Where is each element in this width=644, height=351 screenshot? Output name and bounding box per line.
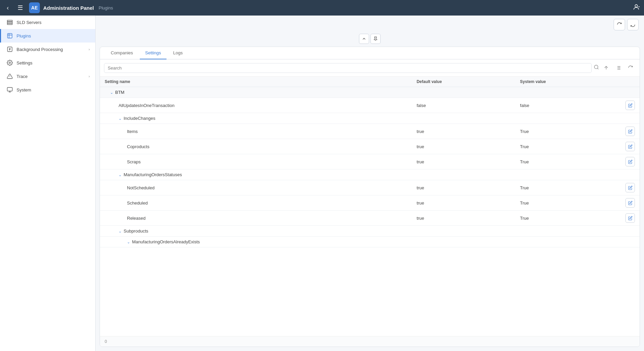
setting-name-cell: ⌄ManufacturingOrdersStatuses	[100, 169, 412, 180]
tab-settings[interactable]: Settings	[140, 47, 166, 59]
edit-button[interactable]	[625, 142, 635, 151]
edit-button[interactable]	[625, 157, 635, 166]
sidebar-item-label: Trace	[17, 74, 85, 79]
tab-logs[interactable]: Logs	[168, 47, 188, 59]
system-value-cell: True	[515, 124, 621, 139]
back-button[interactable]: ‹	[4, 3, 11, 13]
app-logo: AE	[29, 2, 40, 13]
sort-asc-button[interactable]	[601, 63, 611, 73]
default-value-cell: false	[412, 98, 515, 113]
user-button[interactable]	[633, 3, 640, 12]
chevron-down-icon: ⌄	[110, 90, 113, 95]
background-processing-icon	[6, 46, 13, 53]
col-system-value: System value	[515, 77, 621, 87]
default-value-cell	[412, 237, 515, 247]
sidebar-item-trace[interactable]: Trace ›	[0, 70, 95, 83]
table-area: Setting name Default value System value …	[100, 77, 640, 336]
pencil-icon	[628, 129, 633, 134]
edit-cell-empty	[621, 237, 640, 247]
edit-cell-empty	[621, 113, 640, 124]
table-row: ⌄ManufacturingOrdersStatuses	[100, 169, 640, 180]
search-icon	[594, 64, 599, 70]
edit-button[interactable]	[625, 183, 635, 192]
pencil-icon	[628, 144, 633, 149]
chevron-down-icon: ⌄	[119, 173, 122, 177]
sidebar-item-plugins[interactable]: Plugins	[0, 29, 95, 43]
table-row: Scheduled true True	[100, 195, 640, 211]
app-subtitle: Plugins	[99, 5, 113, 10]
setting-name-cell: Scraps	[100, 154, 412, 169]
table-row: Released true True	[100, 211, 640, 226]
edit-button[interactable]	[625, 213, 635, 223]
filter-button[interactable]	[613, 63, 623, 73]
table-row: AllUpdatesInOneTransaction false false	[100, 98, 640, 113]
system-value-cell	[515, 226, 621, 237]
refresh-button-2[interactable]	[627, 19, 639, 30]
table-row: Items true True	[100, 124, 640, 139]
settings-panel: Companies Settings Logs	[100, 47, 640, 347]
menu-button[interactable]: ☰	[15, 3, 26, 13]
sidebar-item-sld-servers[interactable]: SLD Servers	[0, 16, 95, 29]
search-button[interactable]	[594, 64, 599, 71]
plugins-icon	[6, 32, 13, 39]
edit-cell	[621, 124, 640, 139]
search-bar	[100, 59, 640, 77]
system-value-cell: True	[515, 139, 621, 154]
edit-button[interactable]	[625, 127, 635, 136]
system-icon	[6, 86, 13, 93]
edit-button[interactable]	[625, 101, 635, 110]
layout: SLD Servers Plugins Background Processin…	[0, 16, 644, 351]
svg-line-14	[597, 68, 598, 69]
col-setting-name: Setting name	[100, 77, 412, 87]
setting-name-cell: Items	[100, 124, 412, 139]
collapse-row	[96, 34, 644, 44]
system-value-cell	[515, 237, 621, 247]
default-value-cell	[412, 113, 515, 124]
sync-icon	[630, 22, 636, 27]
table-row: ⌄ManufacturingOrdersAlreadyExists	[100, 237, 640, 247]
collapse-button[interactable]	[359, 34, 369, 44]
sidebar-item-settings[interactable]: Settings	[0, 56, 95, 70]
edit-cell	[621, 211, 640, 226]
filter-icon	[616, 65, 621, 71]
edit-cell	[621, 180, 640, 195]
tab-companies[interactable]: Companies	[105, 47, 138, 59]
sidebar-item-label: System	[17, 87, 90, 92]
system-value-cell: True	[515, 180, 621, 195]
setting-name-cell: ⌄Subproducts	[100, 226, 412, 237]
default-value-cell	[412, 87, 515, 98]
settings-icon	[6, 59, 13, 66]
col-default-value: Default value	[412, 77, 515, 87]
sidebar-item-system[interactable]: System	[0, 83, 95, 97]
system-value-cell	[515, 113, 621, 124]
svg-point-13	[594, 65, 598, 69]
sidebar-item-label: Settings	[17, 60, 90, 65]
chevron-down-icon: ⌄	[127, 240, 130, 244]
footer-count: 0	[105, 339, 107, 344]
edit-button[interactable]	[625, 198, 635, 208]
svg-point-0	[635, 4, 637, 7]
default-value-cell: true	[412, 180, 515, 195]
system-value-cell: True	[515, 195, 621, 211]
system-value-cell: True	[515, 211, 621, 226]
table-header-row: Setting name Default value System value	[100, 77, 640, 87]
sidebar-item-background-processing[interactable]: Background Processing ›	[0, 43, 95, 56]
search-input[interactable]	[104, 63, 592, 73]
sort-icon	[603, 65, 609, 71]
chevron-up-icon	[362, 36, 366, 41]
system-value-cell: True	[515, 154, 621, 169]
table-row: ⌄IncludeChanges	[100, 113, 640, 124]
svg-point-6	[9, 62, 11, 64]
table-row: ⌄Subproducts	[100, 226, 640, 237]
sidebar-item-label: Background Processing	[17, 47, 85, 52]
system-value-cell: false	[515, 98, 621, 113]
pin-button[interactable]	[370, 34, 381, 44]
refresh-button-1[interactable]	[614, 19, 625, 30]
refresh-small-button[interactable]	[625, 63, 636, 73]
system-value-cell	[515, 169, 621, 180]
edit-cell-empty	[621, 87, 640, 98]
chevron-right-icon: ›	[88, 47, 90, 51]
col-actions	[621, 77, 640, 87]
app-title: Administration Panel	[43, 5, 94, 11]
svg-rect-2	[7, 20, 12, 22]
